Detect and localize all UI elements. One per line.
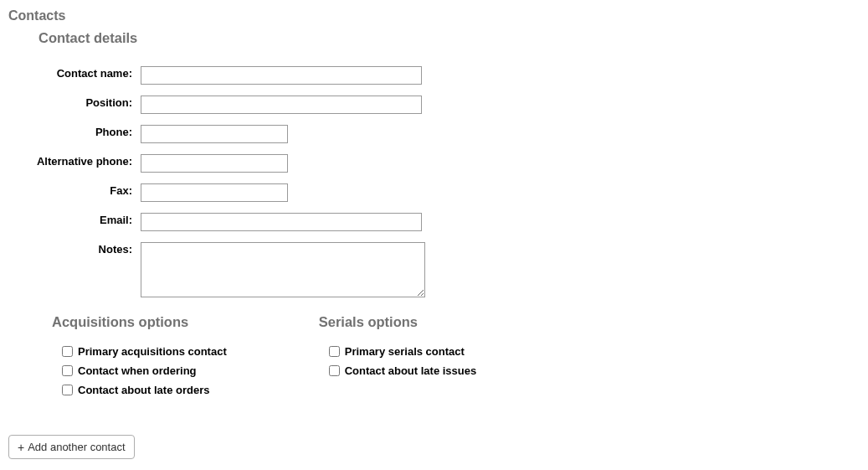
contact-name-input[interactable] xyxy=(141,66,422,85)
email-label: Email: xyxy=(32,213,141,227)
notes-label: Notes: xyxy=(32,242,141,256)
contact-when-ordering-label: Contact when ordering xyxy=(78,364,197,377)
notes-textarea[interactable] xyxy=(141,242,425,297)
acquisitions-options-section: Acquisitions options Primary acquisition… xyxy=(52,314,227,403)
primary-serials-label: Primary serials contact xyxy=(345,345,465,358)
fax-input[interactable] xyxy=(141,183,288,202)
contact-details-form: Contact name: Position: Phone: Alternati… xyxy=(23,59,860,297)
contact-late-orders-label: Contact about late orders xyxy=(78,384,209,396)
add-another-contact-button[interactable]: + Add another contact xyxy=(8,435,135,459)
contacts-heading: Contacts xyxy=(8,8,860,23)
alternative-phone-label: Alternative phone: xyxy=(32,154,141,168)
contact-name-label: Contact name: xyxy=(32,66,141,80)
contact-details-heading: Contact details xyxy=(39,30,860,46)
contact-late-issues-checkbox[interactable] xyxy=(329,365,340,376)
primary-acquisitions-checkbox[interactable] xyxy=(62,346,73,357)
acquisitions-options-heading: Acquisitions options xyxy=(52,314,227,330)
add-another-contact-label: Add another contact xyxy=(28,441,125,453)
serials-options-section: Serials options Primary serials contact … xyxy=(319,314,476,403)
alternative-phone-input[interactable] xyxy=(141,154,288,173)
contact-when-ordering-checkbox[interactable] xyxy=(62,365,73,376)
contact-late-orders-checkbox[interactable] xyxy=(62,385,73,395)
fax-label: Fax: xyxy=(32,183,141,198)
serials-options-heading: Serials options xyxy=(319,314,476,330)
phone-label: Phone: xyxy=(32,125,141,139)
email-input[interactable] xyxy=(141,213,422,231)
position-input[interactable] xyxy=(141,96,422,114)
primary-acquisitions-label: Primary acquisitions contact xyxy=(78,345,227,358)
position-label: Position: xyxy=(32,96,141,110)
primary-serials-checkbox[interactable] xyxy=(329,346,340,357)
phone-input[interactable] xyxy=(141,125,288,143)
plus-icon: + xyxy=(18,442,24,453)
contact-late-issues-label: Contact about late issues xyxy=(345,364,476,377)
